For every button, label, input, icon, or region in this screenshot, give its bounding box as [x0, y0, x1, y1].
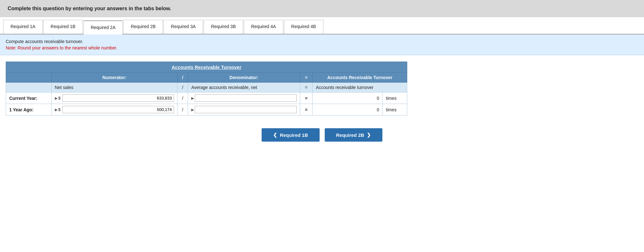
dollar-current: $ [58, 96, 61, 100]
equals-yearago: = [300, 104, 313, 115]
label-row-empty [6, 83, 52, 93]
arrow-icon-yearago: ▶ [55, 107, 58, 112]
denominator-input-yearago[interactable] [195, 106, 297, 113]
label-denominator: Average accounts receivable, net [188, 83, 300, 93]
arrow-icon-current: ▶ [55, 96, 58, 100]
prev-chevron-icon: ❮ [273, 132, 277, 138]
next-button-label: Required 2B [336, 132, 364, 138]
header-banner: Complete this question by entering your … [0, 0, 644, 17]
divider-yearago: / [177, 104, 188, 115]
label-numerator: Net sales [51, 83, 177, 93]
instruction-note: Note: Round your answers to the nearest … [6, 45, 638, 50]
col-header-denominator: Denominator: [188, 73, 300, 83]
table-wrapper: Accounts Receivable Turnover Numerator: … [0, 55, 644, 122]
col-header-result: Accounts Receivable Turnover [313, 73, 407, 83]
tab-req1b[interactable]: Required 1B [43, 20, 83, 34]
denominator-cell-yearago: ▶ [188, 104, 300, 115]
numerator-cell-current: ▶ $ [51, 93, 177, 104]
prev-button[interactable]: ❮ Required 1B [262, 128, 319, 142]
tab-req2a[interactable]: Required 2A [83, 20, 123, 34]
label-result: Accounts receivable turnover [313, 83, 407, 93]
next-chevron-icon: ❯ [367, 132, 371, 138]
col-header-equals: = [300, 73, 313, 83]
label-equals: = [300, 83, 313, 93]
denominator-cell-current: ▶ [188, 93, 300, 104]
equals-current: = [300, 93, 313, 104]
col-header-empty [6, 73, 52, 83]
prev-button-label: Required 1B [280, 132, 308, 138]
instruction-main: Compute accounts receivable turnover. [6, 39, 638, 44]
label-divider: / [177, 83, 188, 93]
header-instruction: Complete this question by entering your … [8, 6, 171, 11]
tabs-container: Required 1A Required 1B Required 2A Requ… [0, 17, 644, 34]
tab-req4a[interactable]: Required 4A [244, 20, 283, 34]
numerator-input-current[interactable] [62, 94, 174, 102]
col-header-numerator: Numerator: [51, 73, 177, 83]
tab-req1a[interactable]: Required 1A [3, 20, 43, 34]
table-title: Accounts Receivable Turnover [6, 62, 407, 73]
result-yearago: 0 [313, 104, 383, 115]
tab-req3a[interactable]: Required 3A [163, 20, 203, 34]
denominator-input-current[interactable] [195, 94, 297, 102]
tab-req4b[interactable]: Required 4B [284, 20, 323, 34]
row-label-current: Current Year: [6, 93, 52, 104]
row-label-yearago: 1 Year Ago: [6, 104, 52, 115]
times-yearago: times [383, 104, 407, 115]
arrow-denom-yearago: ▶ [191, 107, 194, 112]
divider-current: / [177, 93, 188, 104]
nav-buttons: ❮ Required 1B Required 2B ❯ [0, 122, 644, 151]
next-button[interactable]: Required 2B ❯ [325, 128, 382, 142]
tab-req2b[interactable]: Required 2B [123, 20, 163, 34]
times-current: times [383, 93, 407, 104]
result-current: 0 [313, 93, 383, 104]
instructions-area: Compute accounts receivable turnover. No… [0, 34, 644, 55]
col-header-divider: / [177, 73, 188, 83]
numerator-input-yearago[interactable] [62, 106, 174, 113]
numerator-cell-yearago: ▶ $ [51, 104, 177, 115]
arrow-denom-current: ▶ [191, 96, 194, 100]
ar-turnover-table: Accounts Receivable Turnover Numerator: … [6, 62, 407, 115]
dollar-yearago: $ [58, 107, 61, 112]
tab-req3b[interactable]: Required 3B [204, 20, 243, 34]
